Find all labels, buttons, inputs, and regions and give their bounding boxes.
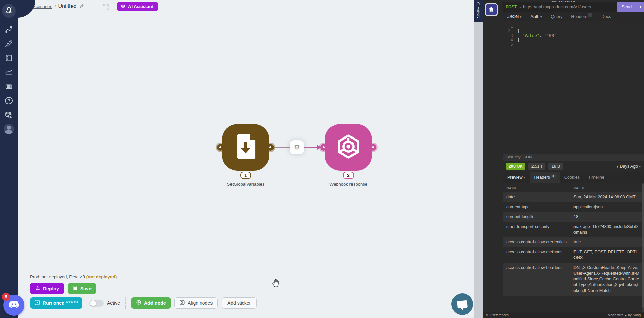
node2-input-port[interactable]: [320, 144, 327, 151]
sidebar-item-news[interactable]: [0, 79, 18, 93]
response-tabs: Preview Headers8 Cookies Timeline: [503, 172, 644, 183]
method-dropdown[interactable]: POST: [503, 5, 518, 9]
sidebar-item-webhooks[interactable]: [0, 37, 18, 51]
toolbar-divider: [125, 297, 126, 309]
tab-response-headers[interactable]: Headers8: [530, 172, 560, 183]
discord-icon: [8, 299, 20, 312]
node-set-global-variables[interactable]: [222, 124, 269, 171]
response-headers-table: NAME VALUE dateSun, 24 Mar 2024 14:06:08…: [503, 183, 644, 312]
sidebar-item-data-stores[interactable]: [0, 51, 18, 65]
sidebar-item-scenarios[interactable]: [2, 4, 16, 18]
newspaper-icon: [5, 83, 13, 90]
connector-settings-button[interactable]: [290, 140, 304, 154]
discord-button[interactable]: 5: [3, 295, 24, 316]
request-tabs: JSON Auth Query Headers2 Docs: [503, 12, 644, 21]
send-button[interactable]: Send: [617, 2, 637, 12]
url-bar: POST https://api.myproduct.com/v1/users …: [503, 2, 644, 12]
database-icon: [5, 54, 13, 62]
robot-icon: [120, 3, 126, 10]
beautify-json-button[interactable]: Beautify JSON: [503, 154, 644, 161]
node1-label: SetGlobalVariables: [227, 182, 264, 187]
response-age-dropdown[interactable]: 7 Days Ago: [616, 164, 641, 169]
node1-number-badge: 1: [240, 172, 251, 179]
chat-widget-button[interactable]: [451, 293, 473, 315]
breadcrumb-scenarios-link[interactable]: Scenarios: [33, 4, 52, 9]
align-grid-icon: [179, 300, 185, 306]
fold-caret-icon[interactable]: [511, 28, 513, 33]
document-download-icon: [234, 133, 258, 161]
deployment-status: Prod: not deployed, Dev: v.3 (not deploy…: [30, 274, 117, 279]
ai-assistant-button[interactable]: AI Assistant: [117, 2, 158, 11]
heart-icon: [625, 313, 627, 317]
made-with-credit: Made withby Kong: [608, 313, 641, 317]
speech-bubble-icon: [457, 300, 468, 308]
response-meta: 200 OK 2.51 s 18 B 7 Days Ago: [503, 161, 644, 172]
active-toggle[interactable]: [89, 300, 104, 307]
panel-edge-strip: History: [474, 0, 483, 318]
node2-label: Webhook response: [329, 182, 367, 187]
add-sticker-label: Add sticker: [227, 300, 251, 306]
tab-docs[interactable]: Docs: [597, 12, 615, 21]
home-button[interactable]: [485, 3, 498, 16]
edit-title-icon[interactable]: [79, 4, 85, 9]
scenario-canvas[interactable]: Scenarios / Untitled AI Assistant: [18, 0, 474, 318]
history-tab[interactable]: History: [474, 0, 483, 22]
history-tab-label: History: [477, 7, 481, 18]
table-row: content-length18: [503, 212, 644, 222]
tab-auth[interactable]: Auth: [526, 12, 546, 21]
node-webhook-response[interactable]: [325, 124, 372, 171]
preferences-button[interactable]: Preferences: [490, 313, 509, 317]
deployment-status-text: Prod: not deployed, Dev:: [30, 274, 80, 279]
dev-version-link[interactable]: v.3: [80, 274, 85, 279]
run-once-version: Dev: v.3: [66, 300, 78, 303]
add-node-button[interactable]: Add node: [131, 297, 171, 309]
hand-cursor-icon: [271, 278, 280, 289]
sidebar-item-analytics[interactable]: [0, 65, 18, 79]
node2-output-port[interactable]: [369, 144, 376, 151]
add-sticker-button[interactable]: Add sticker: [222, 297, 257, 309]
sidebar-item-profile[interactable]: [0, 122, 18, 136]
send-options-button[interactable]: [637, 2, 644, 12]
json-body-editor[interactable]: 1 2{ 3 "Value": "100" 4} 5: [503, 21, 644, 154]
scrollbar[interactable]: [642, 183, 644, 312]
node2-number-badge: 2: [343, 172, 354, 179]
sidebar-item-connections[interactable]: [0, 22, 18, 37]
plug-icon: [5, 40, 13, 48]
scenarios-icon: [5, 6, 13, 15]
play-icon: [34, 300, 40, 306]
chevron-down-icon: [539, 14, 542, 19]
svg-text:$: $: [9, 115, 11, 118]
body-type-dropdown[interactable]: JSON: [503, 12, 526, 21]
response-size-badge: 18 B: [548, 163, 563, 170]
node1-input-port[interactable]: [217, 144, 224, 151]
ai-assistant-label: AI Assistant: [128, 4, 154, 9]
clock-icon: [476, 1, 481, 6]
code-line: "Value": "100": [515, 34, 557, 38]
preview-dropdown[interactable]: Preview: [503, 172, 530, 183]
connections-icon: [5, 25, 13, 34]
status-badge: 200 OK: [506, 163, 525, 170]
sidebar-item-billing[interactable]: $: [0, 108, 18, 122]
align-nodes-button[interactable]: Align nodes: [174, 297, 218, 309]
table-row: dateSun, 24 Mar 2024 14:06:08 GMT: [503, 192, 644, 202]
tab-timeline[interactable]: Timeline: [584, 172, 609, 183]
save-button[interactable]: Save: [68, 283, 96, 294]
column-header-value: VALUE: [573, 186, 641, 190]
run-once-button[interactable]: Run once Dev: v.3: [30, 297, 82, 309]
breadcrumb: Scenarios / Untitled: [33, 3, 84, 9]
tab-headers[interactable]: Headers2: [567, 12, 597, 21]
response-headers-count-badge: 8: [551, 174, 556, 178]
line-number: 5: [503, 42, 515, 47]
webhook-hexagon-icon: [335, 133, 362, 161]
url-input[interactable]: https://api.myproduct.com/v1/users: [521, 4, 617, 9]
sidebar-item-help[interactable]: [0, 93, 18, 108]
flowchart-icon[interactable]: [103, 4, 110, 12]
deploy-button[interactable]: Deploy: [30, 283, 64, 294]
save-floppy-icon: [73, 285, 78, 292]
tab-cookies[interactable]: Cookies: [560, 172, 584, 183]
tab-query[interactable]: Query: [546, 12, 567, 21]
notification-badge: 5: [2, 293, 10, 301]
node1-output-port[interactable]: [267, 144, 274, 151]
table-row: content-typeapplication/json: [503, 202, 644, 212]
headers-count-badge: 2: [588, 13, 592, 17]
